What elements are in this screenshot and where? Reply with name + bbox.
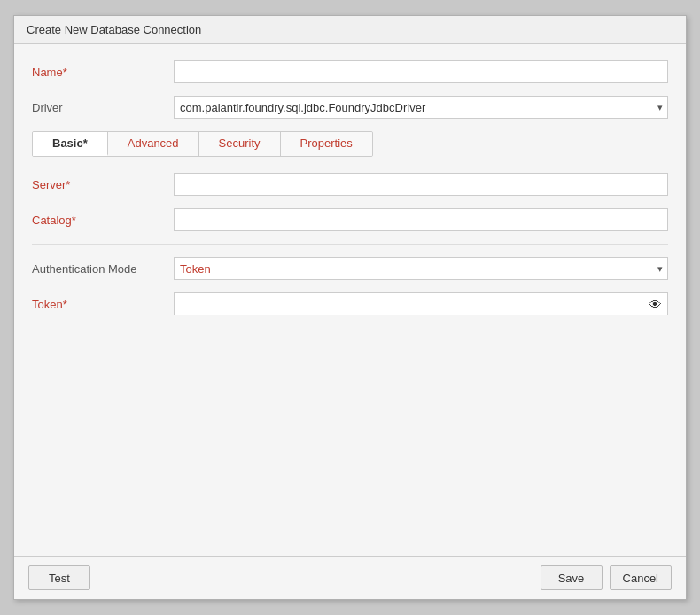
dialog-title: Create New Database Connection (14, 16, 686, 44)
token-input[interactable] (174, 292, 668, 315)
cancel-button[interactable]: Cancel (610, 565, 672, 590)
dialog-body: Name* Driver com.palantir.foundry.sql.jd… (14, 44, 686, 556)
catalog-row: Catalog* (32, 208, 668, 231)
auth-mode-select[interactable]: Token (174, 257, 668, 280)
eye-icon[interactable]: 👁 (649, 297, 662, 312)
auth-mode-row: Authentication Mode Token ▾ (32, 257, 668, 280)
driver-select[interactable]: com.palantir.foundry.sql.jdbc.FoundryJdb… (174, 96, 668, 119)
auth-mode-select-wrapper: Token ▾ (174, 257, 668, 280)
tab-security[interactable]: Security (199, 132, 281, 156)
token-input-wrapper: 👁 (174, 292, 668, 315)
driver-row: Driver com.palantir.foundry.sql.jdbc.Fou… (32, 96, 668, 119)
tab-bar: Basic* Advanced Security Properties (32, 131, 373, 157)
footer-right-buttons: Save Cancel (541, 565, 672, 590)
catalog-input[interactable] (174, 208, 668, 231)
name-input[interactable] (174, 60, 668, 83)
tab-advanced[interactable]: Advanced (108, 132, 199, 156)
dialog: Create New Database Connection Name* Dri… (13, 15, 687, 600)
auth-mode-label: Authentication Mode (32, 262, 174, 276)
dialog-title-text: Create New Database Connection (27, 23, 201, 36)
name-label: Name* (32, 66, 174, 79)
save-button[interactable]: Save (541, 565, 603, 590)
driver-label: Driver (32, 101, 174, 114)
token-label: Token* (32, 298, 174, 311)
tab-basic[interactable]: Basic* (33, 132, 108, 156)
token-row: Token* 👁 (32, 292, 668, 315)
server-row: Server* (32, 173, 668, 196)
driver-select-wrapper: com.palantir.foundry.sql.jdbc.FoundryJdb… (174, 96, 668, 119)
server-input[interactable] (174, 173, 668, 196)
separator (32, 244, 668, 245)
tab-properties[interactable]: Properties (281, 132, 372, 156)
name-row: Name* (32, 60, 668, 83)
dialog-footer: Test Save Cancel (14, 556, 686, 599)
catalog-label: Catalog* (32, 214, 174, 227)
test-button[interactable]: Test (28, 565, 90, 590)
server-label: Server* (32, 178, 174, 191)
